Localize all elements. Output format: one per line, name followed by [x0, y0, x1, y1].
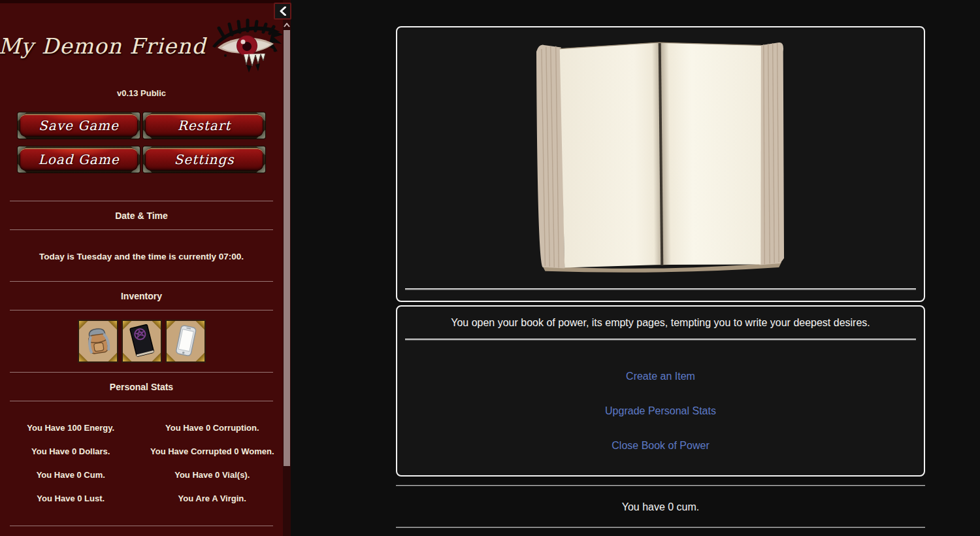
- smartphone-icon: [172, 324, 199, 358]
- divider: [396, 527, 925, 528]
- sidebar: My Demon Friend v0.13 Public Save Game R…: [0, 0, 283, 536]
- settings-label: Settings: [174, 152, 235, 167]
- sidebar-top-strip: [0, 0, 283, 3]
- divider: [405, 339, 916, 341]
- scrollbar-thumb[interactable]: [284, 30, 290, 466]
- divider: [10, 526, 273, 526]
- stat-lust: You Have 0 Lust.: [0, 494, 142, 504]
- footer-status-text: You have 0 cum.: [396, 486, 925, 512]
- restart-label: Restart: [178, 118, 231, 133]
- backpack-icon: [84, 325, 112, 358]
- inventory-heading: Inventory: [0, 282, 283, 310]
- version-label: v0.13 Public: [0, 88, 283, 98]
- collapse-sidebar-button[interactable]: [274, 3, 291, 20]
- datetime-heading: Date & Time: [0, 201, 283, 229]
- stat-virgin: You Are A Virgin.: [142, 494, 284, 504]
- stat-dollars: You Have 0 Dollars.: [0, 446, 142, 457]
- inventory-item-phone[interactable]: [165, 320, 206, 363]
- passage-text: You open your book of power, its empty p…: [397, 307, 924, 329]
- datetime-text: Today is Tuesday and the time is current…: [0, 230, 283, 281]
- link-create-an-item[interactable]: Create an Item: [626, 371, 695, 382]
- stat-vials: You Have 0 Vial(s).: [142, 470, 284, 480]
- stats-heading: Personal Stats: [0, 373, 283, 401]
- stat-corruption: You Have 0 Corruption.: [142, 423, 284, 433]
- game-title: My Demon Friend: [0, 33, 206, 59]
- inventory-items: [0, 310, 283, 372]
- passage-text-panel: You open your book of power, its empty p…: [396, 305, 925, 477]
- save-game-label: Save Game: [39, 118, 119, 133]
- game-logo: My Demon Friend: [0, 18, 283, 74]
- menu-buttons: Save Game Restart Load Game Settings: [0, 112, 283, 173]
- open-book-image: [498, 36, 823, 273]
- spellbook-icon: [127, 324, 156, 358]
- settings-button[interactable]: Settings: [143, 146, 265, 173]
- chevron-left-icon: [280, 7, 286, 16]
- restart-button[interactable]: Restart: [143, 112, 265, 139]
- choice-links: Create an Item Upgrade Personal Stats Cl…: [397, 371, 924, 451]
- chevron-up-icon: [284, 23, 290, 27]
- load-game-button[interactable]: Load Game: [18, 146, 140, 173]
- book-image-panel: [396, 26, 925, 302]
- sidebar-scrollbar: [283, 0, 291, 536]
- demon-eye-icon: [210, 18, 283, 74]
- link-upgrade-personal-stats[interactable]: Upgrade Personal Stats: [605, 406, 716, 416]
- passage-area: You open your book of power, its empty p…: [291, 0, 980, 536]
- divider: [405, 288, 916, 290]
- stat-corrupted-women: You Have Corrupted 0 Women.: [142, 446, 284, 457]
- stat-energy: You Have 100 Energy.: [0, 423, 142, 433]
- link-close-book-of-power[interactable]: Close Book of Power: [612, 441, 709, 451]
- load-game-label: Load Game: [38, 152, 119, 167]
- save-game-button[interactable]: Save Game: [18, 112, 140, 139]
- inventory-item-spellbook[interactable]: [122, 320, 162, 363]
- scroll-up-button[interactable]: [283, 20, 291, 30]
- inventory-item-backpack[interactable]: [78, 320, 118, 363]
- personal-stats: You Have 100 Energy. You Have 0 Corrupti…: [0, 401, 283, 504]
- stat-cum: You Have 0 Cum.: [0, 470, 142, 480]
